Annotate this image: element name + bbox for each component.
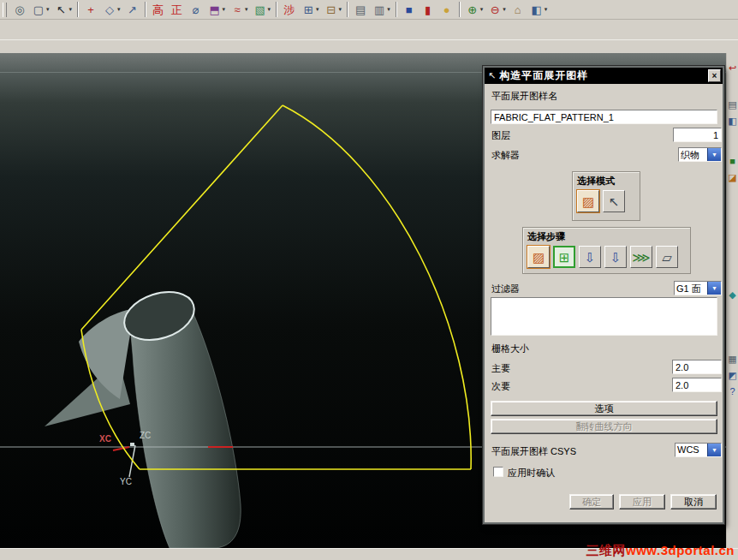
step-select-grid-button[interactable]: ⊞ [553, 246, 575, 268]
gold-sphere-icon: ● [440, 2, 454, 18]
orange-part-icon: ◪ [728, 171, 738, 184]
fabric-select-mode-button[interactable]: ▨ [577, 190, 599, 212]
vector-constructor-icon: ↗ [126, 2, 140, 18]
surface-display-button[interactable]: ▧▾ [252, 1, 273, 19]
view-style-button[interactable]: ◧▾ [528, 1, 550, 19]
toolbar-grip[interactable] [3, 3, 7, 17]
selection-rectangle-button[interactable]: ▢▾ [30, 1, 51, 19]
point-constructor-button[interactable]: + [82, 1, 99, 19]
toolbar-separator [77, 2, 79, 17]
dropdown-arrow-icon[interactable]: ▾ [387, 6, 390, 13]
split-pane-button[interactable]: ◧ [727, 114, 738, 128]
step-select-grid-icon: ⊞ [559, 251, 570, 264]
measure-diameter-icon: ⌀ [189, 2, 203, 18]
major-label: 主要 [491, 362, 510, 375]
minor-input[interactable] [672, 378, 722, 392]
height-analysis-button[interactable]: 高 [150, 1, 167, 19]
cursor-select-mode-icon: ↖ [609, 195, 620, 208]
pattern-name-input[interactable] [491, 110, 717, 124]
application-window: ▨▾⬒◑▣▮▾▲▾●▤✎◎⊚⊟▾⊞▾⊕⊖⊗◠▾◣▢≡✂≈▦▾▩◫■■◨ ◎▢▾↖… [0, 0, 738, 560]
red-cylinder-icon: ▮ [421, 2, 435, 18]
step-target-body-button[interactable]: ▱ [656, 246, 678, 268]
wcs-origin-marker[interactable] [130, 443, 134, 446]
filter-combo[interactable]: G1 面 ▼ [674, 281, 722, 295]
help-button[interactable]: ? [727, 384, 738, 399]
cancel-button[interactable]: 取消 [670, 494, 717, 509]
select-cursor-button[interactable]: ↖▾ [53, 1, 74, 19]
grid-display-button[interactable]: ▦ [727, 352, 738, 366]
confirm-on-apply-checkbox[interactable] [493, 467, 503, 477]
ok-button[interactable]: 确定 [569, 494, 614, 509]
layer-input[interactable] [673, 128, 722, 142]
blue-solid-button[interactable]: ■ [401, 1, 418, 19]
snap-point-button[interactable]: ◎ [11, 1, 28, 19]
step-insert-point-button[interactable]: ⇩ [579, 246, 601, 268]
flatten-step-button[interactable]: 涉 [281, 1, 298, 19]
dropdown-arrow-icon[interactable]: ▾ [545, 6, 548, 13]
plane-constructor-icon: ◇ [103, 2, 116, 18]
green-part-button[interactable]: ■ [727, 154, 738, 169]
step-select-fabric-button[interactable]: ▨ [527, 246, 550, 268]
red-cylinder-button[interactable]: ▮ [420, 1, 437, 19]
flatten-step-icon: 涉 [283, 2, 296, 18]
cursor-select-mode-button[interactable]: ↖ [603, 190, 625, 212]
layer-settings-button[interactable]: ▥▾ [371, 1, 392, 19]
step-insert-point-2-button[interactable]: ⇩ [604, 246, 627, 268]
dropdown-arrow-icon[interactable]: ▾ [46, 6, 50, 13]
csys-dropdown-arrow-icon[interactable]: ▼ [707, 444, 721, 456]
dropdown-arrow-icon[interactable]: ▾ [480, 6, 484, 13]
csys-combo[interactable]: WCS ▼ [675, 443, 722, 457]
xc-axis-arrow[interactable] [113, 447, 129, 450]
dropdown-arrow-icon[interactable]: ▾ [339, 6, 342, 13]
close-icon[interactable]: × [708, 69, 721, 82]
filter-dropdown-arrow-icon[interactable]: ▼ [707, 282, 721, 295]
dialog-titlebar[interactable]: ↖ 构造平面展开图样 × [485, 68, 723, 84]
orange-part-button[interactable]: ◪ [727, 170, 738, 185]
teal-tool-button[interactable]: ◆ [727, 288, 738, 302]
solid-display-icon: ⬒ [208, 2, 222, 18]
step-comb-curves-button[interactable]: ⋙ [630, 246, 652, 268]
list-pane-icon: ▤ [728, 98, 738, 111]
cube-display-button[interactable]: ◩ [727, 368, 738, 383]
dropdown-arrow-icon[interactable]: ▾ [503, 6, 506, 13]
xc-axis-label: XC [99, 434, 111, 444]
dropdown-arrow-icon[interactable]: ▾ [316, 6, 319, 13]
dropdown-arrow-icon[interactable]: ▾ [117, 6, 121, 13]
offset-grid-button[interactable]: ⊟▾ [323, 1, 344, 19]
info-window-button[interactable]: ▤ [352, 1, 369, 19]
list-pane-button[interactable]: ▤ [727, 98, 738, 112]
undo-view-button[interactable]: ↩ [727, 61, 738, 75]
dropdown-arrow-icon[interactable]: ▾ [245, 6, 248, 13]
yc-axis-label: YC [120, 477, 132, 486]
dropdown-arrow-icon[interactable]: ▾ [223, 6, 226, 13]
solver-dropdown-arrow-icon[interactable]: ▼ [707, 148, 721, 161]
gold-sphere-button[interactable]: ● [438, 1, 455, 19]
pattern-grid-button[interactable]: ⊞▾ [300, 1, 321, 19]
major-input[interactable] [672, 360, 722, 374]
step-comb-curves-icon: ⋙ [632, 251, 650, 264]
apply-button[interactable]: 应用 [619, 494, 665, 509]
solid-display-button[interactable]: ⬒▾ [206, 1, 228, 19]
measure-diameter-button[interactable]: ⌀ [187, 1, 205, 19]
plane-constructor-button[interactable]: ◇▾ [101, 1, 122, 19]
dropdown-arrow-icon[interactable]: ▾ [268, 6, 271, 13]
wcs-origin-button[interactable]: ⌂ [509, 1, 527, 19]
vector-constructor-button[interactable]: ↗ [124, 1, 141, 19]
dialog-title: 构造平面展开图样 [499, 69, 588, 83]
solver-combo[interactable]: 织物 ▼ [678, 147, 722, 162]
cube-display-icon: ◩ [728, 369, 738, 382]
options-button[interactable]: 选项 [491, 401, 717, 416]
boolean-add-button[interactable]: ⊕▾ [464, 1, 485, 19]
selection-list[interactable] [491, 297, 717, 336]
help-icon: ? [728, 385, 738, 398]
boolean-cut-icon: ⊖ [488, 2, 502, 18]
toolbar-filler-strip [0, 39, 738, 54]
flip-curve-direction-button[interactable]: 翻转曲线方向 [491, 419, 717, 434]
dropdown-arrow-icon[interactable]: ▾ [69, 6, 73, 13]
boolean-add-icon: ⊕ [466, 2, 479, 18]
distortion-check-button[interactable]: 正 [169, 1, 186, 19]
flat-pattern-dialog: ↖ 构造平面展开图样 × 平面展开图样名 图层 求解器 织物 ▼ 选择模式 ▨↖… [483, 66, 724, 524]
curve-display-button[interactable]: ≈▾ [229, 1, 250, 19]
pattern-name-label: 平面展开图样名 [491, 90, 557, 103]
boolean-cut-button[interactable]: ⊖▾ [486, 1, 508, 19]
